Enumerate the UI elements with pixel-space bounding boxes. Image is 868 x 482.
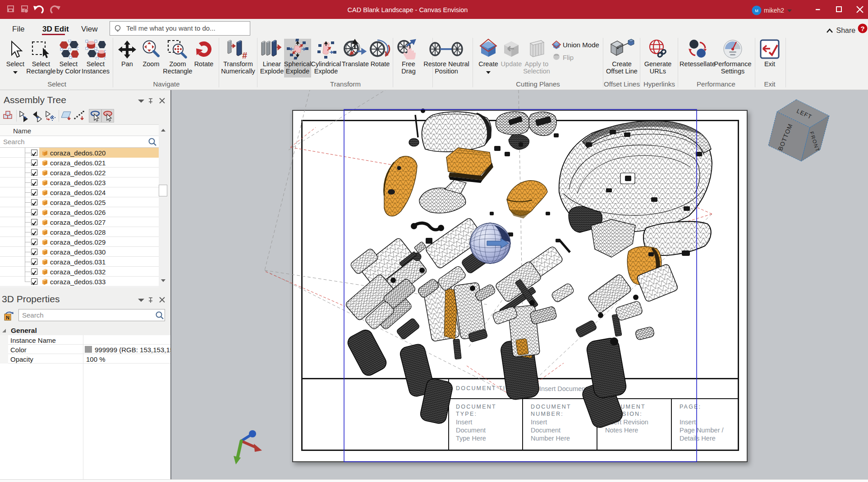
svg-text:mikeh2: mikeh2 <box>764 7 784 14</box>
svg-text:N: N <box>6 315 9 320</box>
svg-text:?: ? <box>860 25 864 32</box>
svg-text:#: # <box>242 50 247 59</box>
svg-text:M: M <box>755 9 758 13</box>
